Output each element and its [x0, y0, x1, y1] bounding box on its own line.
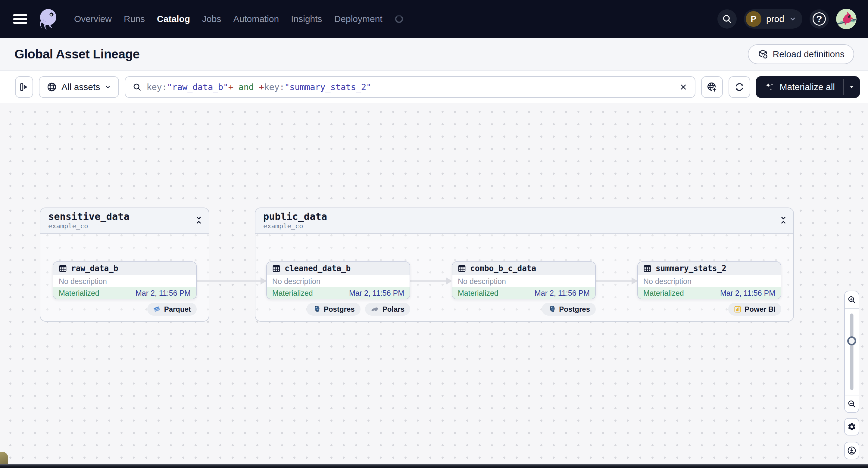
asset-badges-combo-b-c-data: Postgres	[452, 303, 596, 316]
deployment-avatar: P	[746, 11, 762, 27]
asset-node-summary-stats-2[interactable]: summary_stats_2 No description Materiali…	[637, 261, 781, 299]
group-location: example_co	[263, 222, 785, 230]
refresh-button[interactable]	[728, 76, 750, 98]
edge-cleaned-to-combo	[410, 280, 446, 282]
nav-item-deployment[interactable]: Deployment	[334, 14, 382, 24]
asset-scope-label: All assets	[61, 82, 100, 92]
table-icon	[643, 264, 652, 273]
zoom-in-icon	[847, 295, 856, 304]
asset-node-raw-data-b[interactable]: raw_data_b No description Materialized M…	[53, 261, 197, 299]
nav-item-insights[interactable]: Insights	[291, 14, 322, 24]
lineage-toolbar: All assets key:"raw_data_b"+ and +key:"s…	[0, 71, 868, 103]
menu-icon[interactable]	[13, 13, 27, 25]
zoom-slider[interactable]	[845, 308, 859, 396]
globe-plus-icon	[707, 82, 717, 92]
app-root: Overview Runs Catalog Jobs Automation In…	[0, 0, 868, 468]
caret-down-icon	[848, 84, 855, 90]
asset-node-header: combo_b_c_data	[453, 262, 595, 275]
postgres-icon	[312, 305, 320, 313]
nav-item-runs[interactable]: Runs	[124, 14, 145, 24]
nav-item-automation[interactable]: Automation	[233, 14, 279, 24]
asset-name: summary_stats_2	[656, 264, 726, 273]
materialization-timestamp[interactable]: Mar 2, 11:56 PM	[535, 289, 590, 298]
deployment-name: prod	[766, 14, 784, 24]
refresh-icon	[734, 82, 745, 92]
zoom-slider-thumb[interactable]	[847, 336, 856, 345]
gear-icon	[847, 422, 856, 431]
asset-name: combo_b_c_data	[470, 264, 536, 273]
badge-polars[interactable]: Polars	[365, 303, 410, 316]
status-badge: Materialized	[272, 289, 313, 298]
status-badge: Materialized	[59, 289, 99, 298]
asset-description: No description	[53, 275, 196, 287]
group-location: example_co	[48, 222, 201, 230]
table-icon	[458, 264, 466, 273]
download-icon	[847, 446, 857, 455]
badge-label: Postgres	[559, 305, 590, 313]
nav-item-overview[interactable]: Overview	[74, 14, 112, 24]
loading-spinner-icon	[395, 15, 403, 23]
collapse-group-button[interactable]	[195, 215, 202, 225]
asset-status-row: Materialized Mar 2, 11:56 PM	[638, 287, 781, 299]
zoom-in-button[interactable]	[845, 291, 859, 308]
powerbi-icon	[734, 306, 741, 313]
lineage-canvas[interactable]: sensitive_data example_co public_data ex…	[0, 103, 868, 468]
help-icon: ?	[813, 12, 826, 26]
dagster-logo[interactable]	[35, 7, 60, 31]
materialize-options-button[interactable]	[844, 76, 860, 98]
materialization-timestamp[interactable]: Mar 2, 11:56 PM	[349, 289, 404, 298]
zoom-out-button[interactable]	[845, 396, 859, 412]
help-button[interactable]: ?	[810, 9, 829, 29]
nav-item-catalog[interactable]: Catalog	[157, 14, 190, 24]
user-avatar[interactable]	[836, 9, 857, 29]
download-image-button[interactable]	[844, 442, 859, 459]
asset-status-row: Materialized Mar 2, 11:56 PM	[53, 287, 196, 299]
zoom-slider-track[interactable]	[850, 313, 854, 390]
open-left-panel-button[interactable]	[15, 76, 33, 98]
group-name: sensitive_data	[48, 211, 201, 222]
page-title: Global Asset Lineage	[14, 47, 140, 61]
badge-label: Parquet	[164, 305, 191, 313]
asset-scope-dropdown[interactable]: All assets	[39, 76, 119, 98]
chevron-down-icon	[104, 84, 111, 90]
reload-definitions-button[interactable]: Reload definitions	[748, 44, 855, 64]
asset-node-cleaned-data-b[interactable]: cleaned_data_b No description Materializ…	[266, 261, 410, 299]
postgres-icon	[548, 305, 556, 313]
asset-badges-cleaned-data-b: Postgres Polars	[266, 303, 410, 316]
badge-parquet[interactable]: Parquet	[147, 303, 197, 316]
badge-label: Postgres	[324, 305, 355, 313]
search-query-text: key:"raw_data_b"+ and +key:"summary_stat…	[146, 82, 371, 92]
filter-to-graph-button[interactable]	[701, 76, 723, 98]
materialize-all-split-button: Materialize all	[756, 76, 860, 98]
status-badge: Materialized	[643, 289, 684, 298]
badge-powerbi[interactable]: Power BI	[728, 303, 781, 316]
nav-item-jobs[interactable]: Jobs	[202, 14, 221, 24]
badge-postgres[interactable]: Postgres	[307, 303, 361, 316]
asset-node-combo-b-c-data[interactable]: combo_b_c_data No description Materializ…	[452, 261, 596, 299]
asset-search-input[interactable]: key:"raw_data_b"+ and +key:"summary_stat…	[125, 76, 695, 98]
group-name: public_data	[263, 211, 785, 222]
edge-raw-to-cleaned	[197, 280, 261, 282]
clear-search-button[interactable]	[679, 83, 688, 91]
search-icon	[132, 83, 142, 92]
zoom-control-panel	[844, 291, 859, 413]
badge-postgres[interactable]: Postgres	[542, 303, 596, 316]
deployment-switcher[interactable]: P prod	[744, 9, 802, 29]
materialize-all-button[interactable]: Materialize all	[756, 76, 843, 98]
bottom-edge-strip	[0, 464, 868, 468]
graph-settings-button[interactable]	[844, 418, 859, 435]
page-header: Global Asset Lineage Reload definitions	[0, 38, 868, 71]
globe-icon	[47, 82, 57, 92]
group-header[interactable]: public_data example_co	[255, 208, 793, 234]
asset-description: No description	[638, 275, 781, 287]
materialization-timestamp[interactable]: Mar 2, 11:56 PM	[720, 289, 775, 298]
badge-label: Polars	[382, 305, 404, 313]
collapse-group-button[interactable]	[780, 215, 787, 225]
asset-description: No description	[267, 275, 410, 287]
group-header[interactable]: sensitive_data example_co	[40, 208, 209, 234]
edge-combo-to-summary	[596, 280, 632, 282]
status-badge: Materialized	[458, 289, 498, 298]
table-icon	[58, 264, 67, 273]
search-button[interactable]	[717, 9, 737, 29]
materialization-timestamp[interactable]: Mar 2, 11:56 PM	[135, 289, 191, 298]
